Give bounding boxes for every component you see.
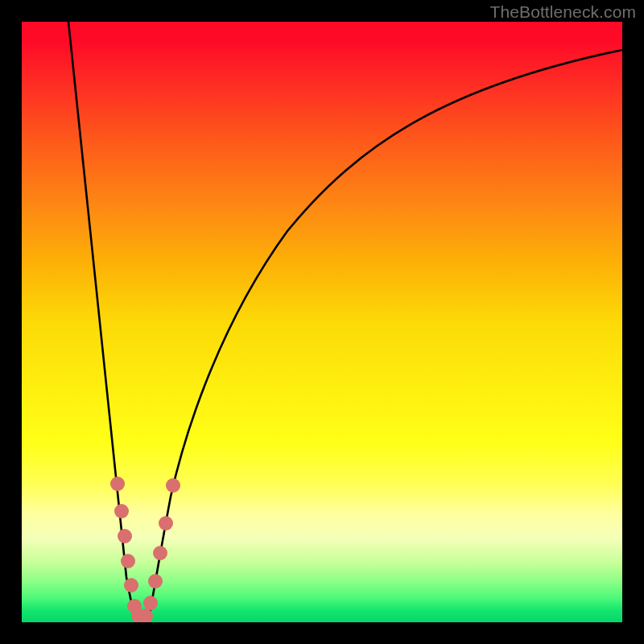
curve-marker (166, 478, 180, 493)
curve-marker (159, 516, 173, 530)
curve-marker (121, 554, 135, 568)
curve-marker (118, 529, 132, 543)
watermark-text: TheBottleneck.com (490, 2, 636, 22)
chart-frame: TheBottleneck.com (0, 0, 644, 644)
curves-layer (22, 22, 622, 622)
right-curve (148, 50, 622, 622)
plot-area (22, 22, 622, 622)
curve-marker (114, 504, 129, 518)
curve-marker (143, 596, 158, 610)
curve-marker (110, 477, 125, 491)
curve-marker (153, 546, 167, 560)
curve-marker (124, 578, 138, 592)
curve-marker (148, 574, 163, 588)
